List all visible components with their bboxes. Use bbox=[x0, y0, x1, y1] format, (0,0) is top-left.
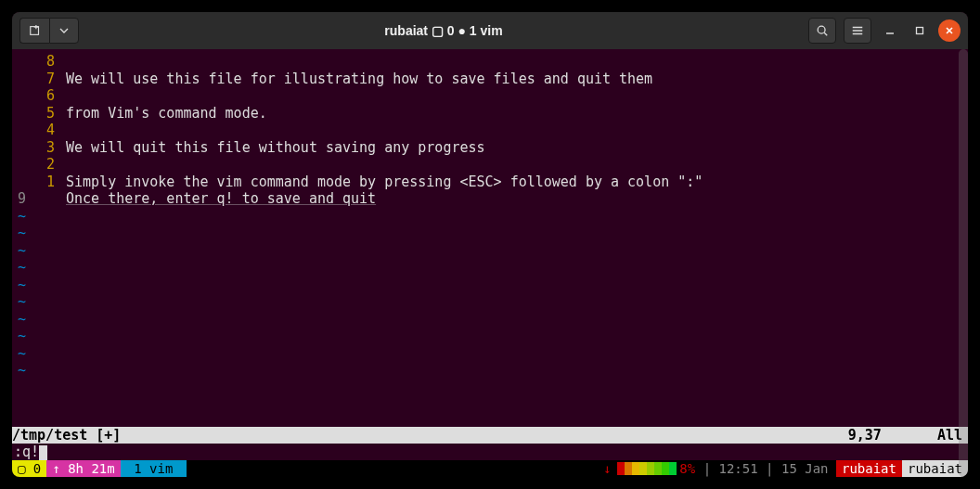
tmux-right: ↓ 8% | 12:51 | 15 Ja bbox=[600, 460, 836, 477]
vim-statusline: /tmp/test [+] 9,37 All bbox=[12, 427, 968, 444]
vim-buffer[interactable]: 87We will use this file for illustrating… bbox=[12, 49, 968, 427]
svg-rect-0 bbox=[30, 27, 38, 35]
line-text: Simply invoke the vim command mode by pr… bbox=[66, 174, 703, 191]
line-text: Once there, enter q! to save and quit bbox=[66, 190, 376, 208]
search-button[interactable] bbox=[808, 18, 836, 44]
tilde-marker: ~ bbox=[12, 362, 66, 380]
tmux-hostname: rubaiat bbox=[836, 460, 902, 477]
editor-line[interactable]: 5from Vim's command mode. bbox=[12, 105, 968, 122]
line-number: 4 bbox=[12, 122, 66, 139]
empty-line: ~ bbox=[12, 242, 968, 260]
line-text: We will quit this file without saving an… bbox=[66, 139, 485, 157]
tilde-marker: ~ bbox=[12, 242, 66, 260]
line-number: 3 bbox=[12, 139, 66, 157]
empty-line: ~ bbox=[12, 208, 968, 225]
line-number-absolute: 9 bbox=[12, 190, 66, 208]
terminal-content[interactable]: 87We will use this file for illustrating… bbox=[12, 49, 968, 477]
new-tab-button[interactable] bbox=[19, 18, 49, 44]
tilde-marker: ~ bbox=[12, 225, 66, 242]
editor-line[interactable]: 8 bbox=[12, 53, 968, 71]
tilde-marker: ~ bbox=[12, 208, 66, 225]
empty-line: ~ bbox=[12, 293, 968, 311]
close-button[interactable] bbox=[938, 19, 961, 42]
maximize-button[interactable] bbox=[909, 19, 931, 42]
titlebar: rubaiat ▢ 0 ● 1 vim bbox=[12, 12, 968, 49]
editor-line[interactable]: 2 bbox=[12, 156, 968, 174]
editor-line[interactable]: 6 bbox=[12, 87, 968, 105]
tmux-uptime: ↑ 8h 21m bbox=[46, 460, 120, 477]
command-text: :q! bbox=[14, 444, 39, 460]
titlebar-left-controls bbox=[19, 18, 79, 44]
svg-point-3 bbox=[818, 26, 825, 33]
tilde-marker: ~ bbox=[12, 259, 66, 277]
chevron-down-icon bbox=[59, 26, 69, 35]
window-title: rubaiat ▢ 0 ● 1 vim bbox=[83, 23, 805, 38]
vim-command-line[interactable]: :q! bbox=[12, 444, 968, 460]
tmux-date: 15 Jan bbox=[781, 460, 829, 477]
svg-rect-9 bbox=[917, 28, 923, 34]
terminal-window: rubaiat ▢ 0 ● 1 vim 87We will use this f… bbox=[12, 12, 968, 477]
minimize-button[interactable] bbox=[879, 19, 901, 42]
statusline-position: 9,37 bbox=[848, 427, 937, 444]
editor-line[interactable]: 3We will quit this file without saving a… bbox=[12, 139, 968, 157]
line-number: 2 bbox=[12, 156, 66, 174]
empty-line: ~ bbox=[12, 259, 968, 277]
empty-line: ~ bbox=[12, 328, 968, 345]
hamburger-icon bbox=[851, 24, 864, 37]
line-number: 6 bbox=[12, 87, 66, 105]
tilde-marker: ~ bbox=[12, 328, 66, 345]
line-text: We will use this file for illustrating h… bbox=[66, 71, 652, 88]
new-tab-icon bbox=[29, 24, 42, 37]
empty-line: ~ bbox=[12, 277, 968, 294]
line-number: 1 bbox=[12, 174, 66, 191]
tilde-marker: ~ bbox=[12, 277, 66, 294]
editor-cursor-line[interactable]: 9 Once there, enter q! to save and quit bbox=[12, 190, 968, 208]
svg-line-4 bbox=[824, 32, 827, 35]
cursor bbox=[39, 445, 47, 460]
statusline-filename: /tmp/test [+] bbox=[12, 427, 121, 444]
titlebar-right-controls bbox=[808, 18, 961, 44]
tab-menu-button[interactable] bbox=[49, 18, 79, 44]
scrollbar[interactable] bbox=[959, 49, 968, 477]
editor-line[interactable]: 7We will use this file for illustrating … bbox=[12, 71, 968, 88]
download-icon: ↓ bbox=[600, 460, 614, 477]
close-icon bbox=[944, 25, 955, 36]
editor-line[interactable]: 1Simply invoke the vim command mode by p… bbox=[12, 174, 968, 191]
load-percent: 8% bbox=[679, 460, 695, 477]
tilde-marker: ~ bbox=[12, 345, 66, 363]
line-number: 7 bbox=[12, 71, 66, 88]
menu-button[interactable] bbox=[844, 18, 871, 44]
tmux-window[interactable]: 1 vim bbox=[121, 460, 187, 477]
maximize-icon bbox=[914, 25, 925, 36]
empty-line: ~ bbox=[12, 345, 968, 363]
editor-line[interactable]: 4 bbox=[12, 122, 968, 139]
tmux-time: 12:51 bbox=[719, 460, 758, 477]
tmux-statusbar: ▢ 0 ↑ 8h 21m 1 vim ↓ bbox=[12, 460, 968, 477]
search-icon bbox=[816, 24, 829, 37]
minimize-icon bbox=[884, 25, 896, 36]
tilde-marker: ~ bbox=[12, 293, 66, 311]
line-number: 5 bbox=[12, 105, 66, 122]
line-text: from Vim's command mode. bbox=[66, 105, 267, 122]
line-number: 8 bbox=[12, 53, 66, 71]
empty-line: ~ bbox=[12, 362, 968, 380]
tilde-marker: ~ bbox=[12, 311, 66, 328]
load-meter bbox=[617, 462, 677, 475]
empty-line: ~ bbox=[12, 311, 968, 328]
empty-line: ~ bbox=[12, 225, 968, 242]
tmux-session: ▢ 0 bbox=[12, 460, 46, 477]
